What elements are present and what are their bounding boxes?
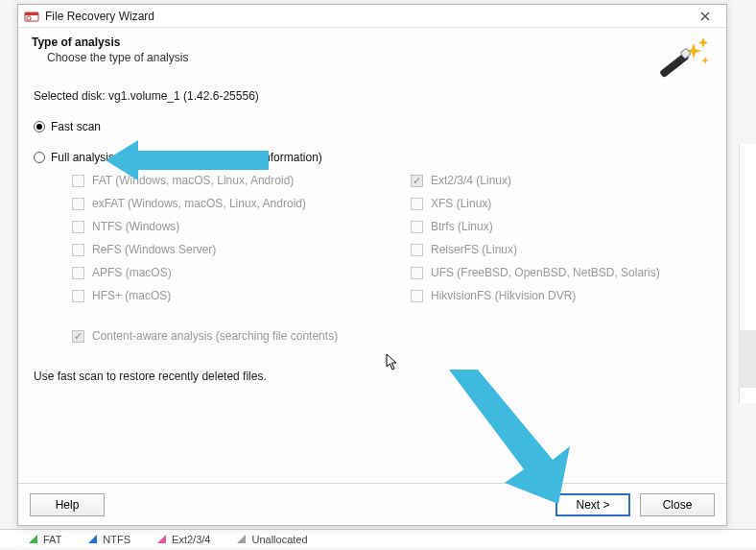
fast-scan-radio[interactable]: Fast scan xyxy=(34,120,711,133)
close-button[interactable]: Close xyxy=(640,493,715,516)
full-analysis-label: Full analysis (searching for any availab… xyxy=(51,151,322,164)
button-bar: Help Next > Close xyxy=(18,483,726,525)
legend-fat: FAT xyxy=(29,534,61,545)
radio-icon xyxy=(34,121,45,132)
legend-ntfs: NTFS xyxy=(88,534,130,545)
help-button[interactable]: Help xyxy=(30,493,105,516)
fs-checkbox-hfsplus[interactable]: HFS+ (macOS) xyxy=(72,289,372,302)
fs-checkbox-ext[interactable]: Ext2/3/4 (Linux) xyxy=(411,174,711,187)
page-title: Type of analysis xyxy=(32,36,659,49)
legend-unallocated: Unallocated xyxy=(237,534,307,545)
window-title: File Recovery Wizard xyxy=(45,10,688,23)
app-icon xyxy=(24,9,39,24)
content-aware-checkbox[interactable]: Content-aware analysis (searching file c… xyxy=(72,329,711,343)
fs-checkbox-apfs[interactable]: APFS (macOS) xyxy=(72,266,372,279)
file-recovery-wizard-dialog: File Recovery Wizard Type of analysis Ch… xyxy=(17,4,727,526)
fs-checkbox-fat[interactable]: FAT (Windows, macOS, Linux, Android) xyxy=(72,174,372,187)
fs-checkbox-reiserfs[interactable]: ReiserFS (Linux) xyxy=(411,243,711,256)
selected-disk-label: Selected disk: vg1.volume_1 (1.42.6-2555… xyxy=(34,89,711,103)
status-bar: FAT NTFS Ext2/3/4 Unallocated xyxy=(0,529,756,548)
page-subtitle: Choose the type of analysis xyxy=(47,51,659,64)
fs-checkbox-exfat[interactable]: exFAT (Windows, macOS, Linux, Android) xyxy=(72,197,372,210)
fs-checkbox-hikvisionfs[interactable]: HikvisionFS (Hikvision DVR) xyxy=(411,289,711,302)
window-close-button[interactable] xyxy=(688,7,722,26)
hint-text: Use fast scan to restore recently delete… xyxy=(34,370,711,383)
svg-rect-1 xyxy=(25,12,38,15)
fs-checkbox-xfs[interactable]: XFS (Linux) xyxy=(411,197,711,210)
fs-checkbox-ntfs[interactable]: NTFS (Windows) xyxy=(72,220,372,233)
full-analysis-radio[interactable]: Full analysis (searching for any availab… xyxy=(34,151,711,164)
fast-scan-label: Fast scan xyxy=(51,120,101,133)
fs-checkbox-ufs[interactable]: UFS (FreeBSD, OpenBSD, NetBSD, Solaris) xyxy=(411,266,711,279)
fs-checkbox-btrfs[interactable]: Btrfs (Linux) xyxy=(411,220,711,233)
wizard-wand-icon xyxy=(659,36,713,82)
radio-icon xyxy=(34,152,45,163)
next-button[interactable]: Next > xyxy=(555,493,630,516)
titlebar: File Recovery Wizard xyxy=(18,5,726,28)
fs-checkbox-refs[interactable]: ReFS (Windows Server) xyxy=(72,243,372,256)
filesystem-grid: FAT (Windows, macOS, Linux, Android) Ext… xyxy=(72,174,711,302)
legend-ext: Ext2/3/4 xyxy=(157,534,210,545)
cursor-icon xyxy=(386,353,399,373)
